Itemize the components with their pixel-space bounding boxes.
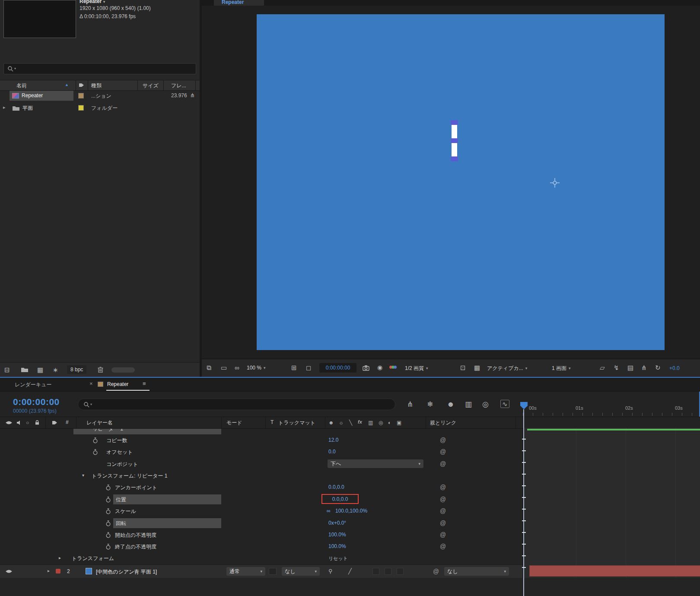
property-value[interactable]: 0.0,0.0 bbox=[332, 496, 348, 502]
property-value[interactable]: 0x+0.0° bbox=[328, 520, 346, 526]
composite-dropdown[interactable]: 下へ ▾ bbox=[328, 459, 423, 468]
stopwatch-icon[interactable] bbox=[105, 508, 111, 514]
project-row-folder[interactable]: ▸ 平面 フォルダー bbox=[0, 102, 200, 114]
group-label[interactable]: トランスフォーム bbox=[72, 555, 114, 562]
frame-blend-cell[interactable] bbox=[372, 568, 379, 575]
group-label[interactable]: トランスフォーム: リピーター 1 bbox=[92, 472, 168, 480]
search-options-chevron-icon[interactable]: ▾ bbox=[90, 403, 92, 406]
property-value[interactable]: 0.0,0.0 bbox=[328, 484, 344, 490]
composition-canvas[interactable] bbox=[257, 14, 665, 350]
tab-comp-repeater[interactable]: Repeater bbox=[107, 381, 128, 387]
motion-blur-toggle[interactable]: ◎ bbox=[482, 401, 489, 408]
column-parent-link[interactable]: 親とリンク bbox=[430, 419, 456, 427]
close-tab-icon[interactable]: × bbox=[89, 381, 93, 386]
hide-shy-layers-toggle[interactable]: ☻ bbox=[447, 401, 455, 408]
solo-icon[interactable]: ○ bbox=[26, 420, 29, 426]
stopwatch-icon[interactable] bbox=[105, 484, 111, 491]
comp-flowchart-icon[interactable]: ⋔ bbox=[641, 364, 647, 371]
new-folder-icon[interactable] bbox=[21, 367, 29, 373]
property-label[interactable]: コンポジット bbox=[106, 461, 138, 468]
column-mode[interactable]: モード bbox=[226, 419, 242, 427]
new-composition-icon[interactable]: ▦ bbox=[37, 367, 43, 373]
collapse-transformations-switch[interactable]: ⚲ bbox=[328, 568, 333, 574]
motion-blur-cell[interactable] bbox=[385, 568, 391, 575]
property-label[interactable]: 位置 bbox=[116, 496, 126, 504]
preserve-transparency-cell[interactable] bbox=[269, 568, 277, 575]
3d-layer-cell[interactable] bbox=[397, 568, 404, 575]
label-color-swatch[interactable] bbox=[78, 93, 84, 99]
pick-whip-icon[interactable]: @ bbox=[440, 496, 446, 503]
fast-previews-icon[interactable]: ↯ bbox=[614, 364, 619, 371]
column-size[interactable]: サイズ bbox=[143, 82, 159, 89]
column-name[interactable]: 名前 bbox=[16, 82, 27, 89]
column-layer-name[interactable]: レイヤー名 bbox=[86, 419, 113, 427]
magnification-dropdown[interactable]: 100 % ▾ bbox=[247, 365, 266, 371]
pick-whip-icon[interactable]: @ bbox=[433, 568, 439, 575]
channel-glasses-icon[interactable]: ∞ bbox=[235, 364, 239, 371]
grid-options-icon[interactable]: ⊞ bbox=[291, 364, 297, 371]
show-snapshot-icon[interactable]: ◉ bbox=[377, 364, 382, 370]
pick-whip-icon[interactable]: @ bbox=[440, 448, 446, 455]
constrain-proportions-link-icon[interactable]: ∞ bbox=[327, 508, 331, 513]
column-track-matte-t[interactable]: T bbox=[270, 419, 274, 425]
pick-whip-icon[interactable]: @ bbox=[440, 507, 446, 514]
layer-row-solid[interactable]: ▸ 2 [中間色のシアン青 平面 1] 通常 ▾ なし ▾ ⚲ ╱ @ なし ▾ bbox=[0, 564, 523, 578]
quality-switch[interactable]: ╱ bbox=[348, 568, 352, 574]
layer-name[interactable]: [中間色のシアン青 平面 1] bbox=[96, 568, 157, 576]
channels-icon[interactable] bbox=[389, 366, 397, 369]
property-label[interactable]: 終了点の不透明度 bbox=[115, 543, 156, 551]
property-label[interactable]: 開始点の不透明度 bbox=[115, 532, 156, 539]
time-ruler[interactable]: 00s 01s 02s 03s bbox=[523, 395, 700, 416]
audio-icon[interactable] bbox=[16, 420, 22, 425]
selection-handle-top[interactable] bbox=[451, 120, 458, 125]
column-track-matte[interactable]: トラックマット bbox=[278, 419, 315, 427]
anchor-point-gizmo[interactable] bbox=[550, 178, 560, 188]
bit-depth-button[interactable]: 8 bpc bbox=[67, 365, 86, 374]
stopwatch-icon[interactable] bbox=[92, 449, 98, 455]
pick-whip-icon[interactable]: @ bbox=[440, 520, 446, 526]
collapse-chevron-icon[interactable]: ▾ bbox=[82, 473, 84, 478]
property-value[interactable]: 0.0 bbox=[328, 449, 336, 455]
view-layout-dropdown[interactable]: 1 画面 ▾ bbox=[552, 365, 571, 372]
pick-whip-icon[interactable]: @ bbox=[440, 437, 446, 443]
layer-duration-bar[interactable] bbox=[529, 565, 700, 577]
group-label[interactable]: リピーター 1 bbox=[92, 429, 123, 433]
property-value[interactable]: 100.0,100.0% bbox=[335, 508, 367, 514]
tab-render-queue[interactable]: レンダーキュー bbox=[15, 381, 51, 389]
timeline-track-area[interactable] bbox=[523, 428, 700, 578]
stopwatch-icon[interactable] bbox=[92, 437, 98, 443]
property-value[interactable]: 12.0 bbox=[328, 437, 338, 443]
project-row-repeater[interactable]: Repeater ...ション 23.976 ⋔ bbox=[0, 90, 200, 102]
property-label[interactable]: オフセット bbox=[106, 449, 133, 456]
pick-whip-icon[interactable]: @ bbox=[440, 460, 446, 467]
property-label[interactable]: コピー数 bbox=[106, 437, 127, 444]
frame-blending-toggle[interactable]: ▥ bbox=[465, 401, 472, 408]
label-column-icon[interactable] bbox=[79, 83, 84, 88]
eye-icon[interactable] bbox=[5, 569, 13, 574]
property-label[interactable]: アンカーポイント bbox=[115, 484, 157, 491]
work-area-bar[interactable] bbox=[527, 429, 700, 430]
camera-view-dropdown[interactable]: アクティブカ... ▾ bbox=[487, 365, 527, 372]
comp-title[interactable]: Repeater ▾ bbox=[80, 0, 105, 4]
column-type[interactable]: 種類 bbox=[91, 82, 102, 89]
selection-handle-bottom[interactable] bbox=[451, 156, 458, 161]
pixel-aspect-icon[interactable]: ▱ bbox=[600, 364, 605, 371]
project-search-input[interactable]: ▾ bbox=[3, 63, 196, 74]
parent-dropdown[interactable]: なし ▾ bbox=[444, 567, 509, 576]
expand-chevron-icon[interactable]: ▸ bbox=[59, 556, 61, 560]
solid-color-swatch[interactable] bbox=[86, 568, 92, 574]
lock-icon[interactable] bbox=[35, 420, 40, 425]
stopwatch-icon[interactable] bbox=[105, 497, 111, 503]
label-color-swatch[interactable] bbox=[78, 105, 84, 111]
stopwatch-icon[interactable] bbox=[105, 544, 111, 550]
comp-mini-flowchart-toggle[interactable]: ⋔ bbox=[407, 401, 413, 408]
interpret-footage-icon[interactable]: ⊟ bbox=[4, 367, 10, 373]
label-column-icon[interactable] bbox=[52, 420, 57, 425]
pick-whip-icon[interactable]: @ bbox=[440, 543, 446, 550]
track-matte-dropdown[interactable]: なし ▾ bbox=[282, 567, 320, 576]
footer-scrollbar-thumb[interactable] bbox=[111, 367, 135, 373]
eye-icon[interactable] bbox=[5, 421, 13, 425]
timeline-search-input[interactable]: ▾ bbox=[78, 398, 395, 410]
pick-whip-icon[interactable]: @ bbox=[440, 531, 446, 538]
graph-editor-toggle[interactable]: ∿ bbox=[500, 400, 509, 408]
